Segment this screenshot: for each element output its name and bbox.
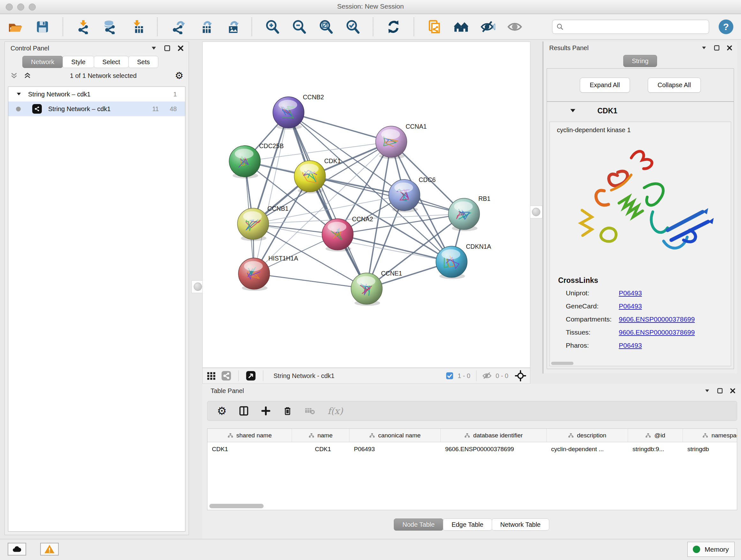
table-options-gear-icon[interactable]: ⚙: [217, 406, 226, 416]
network-graph[interactable]: CCNB2 CCNA1 CDC25B CDK1 CDC6 RB1 CCNB1: [203, 42, 530, 368]
node-rb1[interactable]: RB1: [448, 195, 490, 231]
panel-menu-caret-icon[interactable]: [150, 45, 157, 52]
help-button[interactable]: ?: [719, 19, 733, 34]
expand-all-button[interactable]: Expand All: [580, 78, 630, 92]
node-entry-header[interactable]: CDK1: [547, 102, 734, 120]
fit-selected-crosshair-icon[interactable]: [515, 370, 526, 381]
results-close-icon[interactable]: [726, 45, 733, 51]
tab-network-table[interactable]: Network Table: [492, 518, 549, 531]
tab-network[interactable]: Network: [22, 56, 63, 68]
cloud-status-button[interactable]: [8, 543, 26, 556]
expand-all-networks-icon[interactable]: [10, 71, 18, 80]
column-header-canonical-name[interactable]: canonical name: [349, 429, 441, 442]
search-box[interactable]: [552, 20, 709, 34]
tab-string[interactable]: String: [623, 55, 657, 67]
network-options-gear-icon[interactable]: ⚙: [175, 71, 184, 80]
column-header-namespace[interactable]: namespace: [683, 429, 737, 442]
tab-sets[interactable]: Sets: [128, 56, 158, 68]
grid-view-icon[interactable]: [206, 371, 216, 381]
network-canvas[interactable]: CCNB2 CCNA1 CDC25B CDK1 CDC6 RB1 CCNB1: [202, 42, 530, 368]
crosslink-link[interactable]: 9606.ENSP00000378699: [619, 328, 695, 336]
entry-caret-icon[interactable]: [569, 107, 576, 114]
node-ccnb2[interactable]: CCNB2: [273, 94, 324, 130]
delete-table-icon[interactable]: [305, 406, 315, 416]
cell-description[interactable]: cyclin-dependent ...: [547, 446, 628, 453]
export-table-button[interactable]: [197, 18, 212, 35]
birds-eye-view-icon[interactable]: [246, 371, 256, 381]
crosslink-link[interactable]: P06493: [619, 302, 642, 310]
cell-canonical-name[interactable]: P06493: [349, 446, 441, 453]
hide-graphics-details-button[interactable]: [480, 18, 496, 35]
column-header-shared-name[interactable]: shared name: [207, 429, 292, 442]
create-column-icon[interactable]: [261, 406, 271, 416]
zoom-in-button[interactable]: [264, 18, 280, 35]
tab-node-table[interactable]: Node Table: [394, 518, 443, 531]
float-panel-icon[interactable]: [164, 45, 171, 52]
cell-namespace[interactable]: stringdb: [683, 446, 737, 453]
network-collection-row[interactable]: String Network – cdk1 1: [8, 87, 185, 102]
column-header-description[interactable]: description: [547, 429, 628, 442]
results-float-icon[interactable]: [714, 45, 720, 51]
network-view-share-icon[interactable]: [221, 371, 231, 381]
crosslink-link[interactable]: 9606.ENSP00000378699: [619, 315, 695, 323]
zoom-fit-button[interactable]: [318, 18, 334, 35]
import-table-from-file-button[interactable]: [129, 18, 145, 35]
node-label: CCNA1: [406, 123, 427, 130]
zoom-selected-button[interactable]: [345, 18, 360, 35]
right-splitter-handle[interactable]: [530, 206, 542, 219]
warnings-button[interactable]: [40, 543, 59, 556]
results-panel: Results Panel String Expand All Collapse…: [542, 42, 737, 374]
import-network-from-file-button[interactable]: [75, 18, 91, 35]
node-ccna2[interactable]: CCNA2: [322, 215, 373, 252]
cell-shared-name[interactable]: CDK1: [207, 446, 292, 453]
refresh-button[interactable]: [386, 18, 401, 35]
collapse-all-networks-icon[interactable]: [23, 71, 31, 80]
delete-column-trash-icon[interactable]: [283, 406, 292, 416]
export-image-button[interactable]: [223, 18, 239, 35]
crosslinks-section: CrossLinks Uniprot: P06493GeneCard: P064…: [550, 274, 731, 349]
table-hscrollbar-thumb[interactable]: [209, 504, 264, 508]
network-edges[interactable]: [245, 112, 464, 289]
tab-edge-table[interactable]: Edge Table: [443, 518, 492, 531]
crosslink-link[interactable]: P06493: [619, 289, 642, 297]
close-panel-icon[interactable]: [177, 45, 184, 52]
export-network-button[interactable]: [170, 18, 186, 35]
hidden-eye-slash-icon[interactable]: [482, 371, 492, 381]
table-row[interactable]: CDK1CDK1P064939606.ENSP00000378699cyclin…: [207, 442, 737, 456]
cell--id[interactable]: stringdb:9...: [628, 446, 683, 453]
results-menu-caret-icon[interactable]: [701, 45, 707, 51]
node-hist1h1a[interactable]: HIST1H1A: [239, 255, 298, 291]
tab-style[interactable]: Style: [63, 56, 94, 68]
zoom-out-button[interactable]: [291, 18, 307, 35]
table-close-icon[interactable]: [730, 388, 736, 394]
memory-button[interactable]: Memory: [687, 542, 735, 557]
cell-database-identifier[interactable]: 9606.ENSP00000378699: [441, 446, 547, 453]
selected-checkbox-icon[interactable]: [446, 372, 454, 380]
node-ccna1[interactable]: CCNA1: [376, 123, 427, 159]
search-input[interactable]: [564, 23, 705, 30]
show-graphics-details-button[interactable]: [507, 18, 523, 35]
show-columns-icon[interactable]: [239, 406, 249, 416]
column-header-database-identifier[interactable]: database identifier: [441, 429, 547, 442]
network-row[interactable]: String Network – cdk1 11 48: [8, 102, 185, 116]
results-scrollbar-thumb[interactable]: [551, 362, 574, 365]
cell-name[interactable]: CDK1: [292, 446, 349, 453]
session-home-button[interactable]: [453, 18, 469, 35]
collection-caret-icon[interactable]: [16, 91, 22, 97]
node-ccne1[interactable]: CCNE1: [351, 270, 402, 306]
node-cdc6[interactable]: CDC6: [389, 176, 435, 212]
table-menu-caret-icon[interactable]: [704, 388, 711, 394]
column-header-name[interactable]: name: [292, 429, 349, 442]
crosslink-link[interactable]: P06493: [619, 341, 642, 349]
save-session-button[interactable]: [35, 18, 51, 35]
tab-select[interactable]: Select: [94, 56, 129, 68]
table-float-icon[interactable]: [717, 388, 723, 394]
collapse-all-button[interactable]: Collapse All: [648, 78, 701, 92]
clone-network-button[interactable]: [426, 18, 442, 35]
open-session-button[interactable]: [8, 18, 23, 35]
column-header--id[interactable]: @id: [628, 429, 683, 442]
node-ccnb1[interactable]: CCNB1: [238, 205, 288, 241]
node-cdkn1a[interactable]: CDKN1A: [436, 243, 491, 279]
function-builder-icon[interactable]: f(x): [327, 406, 343, 416]
import-network-from-database-button[interactable]: [102, 18, 118, 35]
